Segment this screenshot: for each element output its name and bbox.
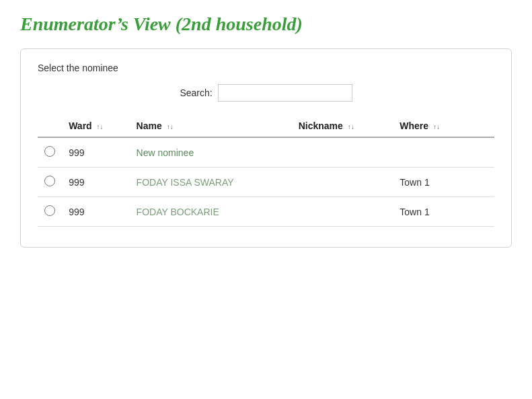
- sort-ward-icon[interactable]: ↑↓: [97, 123, 104, 131]
- sort-name-icon[interactable]: ↑↓: [167, 123, 174, 131]
- cell-ward: 999: [62, 197, 129, 227]
- page-title: Enumerator’s View (2nd household): [20, 13, 512, 35]
- nominees-table: Ward ↑↓ Name ↑↓ Nickname ↑↓ Where ↑↓ 999…: [38, 115, 494, 227]
- main-card: Select the nominee Search: Ward ↑↓ Name …: [20, 48, 512, 248]
- cell-where: Town 1: [393, 168, 494, 197]
- search-row: Search:: [38, 84, 494, 102]
- col-header-name[interactable]: Name ↑↓: [130, 115, 292, 137]
- cell-name: FODAY ISSA SWARAY: [130, 168, 292, 197]
- table-row: 999FODAY BOCKARIETown 1: [38, 197, 494, 227]
- table-row: 999New nominee: [38, 137, 494, 168]
- col-header-nickname[interactable]: Nickname ↑↓: [292, 115, 393, 137]
- sort-where-icon[interactable]: ↑↓: [433, 123, 440, 131]
- col-header-ward[interactable]: Ward ↑↓: [62, 115, 129, 137]
- cell-where: Town 1: [393, 197, 494, 227]
- select-nominee-label: Select the nominee: [38, 63, 494, 73]
- cell-nickname: [292, 137, 393, 168]
- cell-where: [393, 137, 494, 168]
- cell-ward: 999: [62, 168, 129, 197]
- cell-nickname: [292, 197, 393, 227]
- table-header-row: Ward ↑↓ Name ↑↓ Nickname ↑↓ Where ↑↓: [38, 115, 494, 137]
- cell-name: FODAY BOCKARIE: [130, 197, 292, 227]
- search-input[interactable]: [218, 84, 352, 102]
- cell-ward: 999: [62, 137, 129, 168]
- nominee-radio-0[interactable]: [44, 146, 55, 157]
- nominee-radio-1[interactable]: [44, 176, 55, 186]
- sort-nickname-icon[interactable]: ↑↓: [348, 123, 354, 131]
- cell-nickname: [292, 168, 393, 197]
- col-header-radio: [38, 115, 62, 137]
- search-label: Search:: [180, 87, 212, 98]
- col-header-where[interactable]: Where ↑↓: [393, 115, 494, 137]
- table-row: 999FODAY ISSA SWARAYTown 1: [38, 168, 494, 197]
- cell-name: New nominee: [130, 137, 292, 168]
- nominee-radio-2[interactable]: [44, 205, 55, 216]
